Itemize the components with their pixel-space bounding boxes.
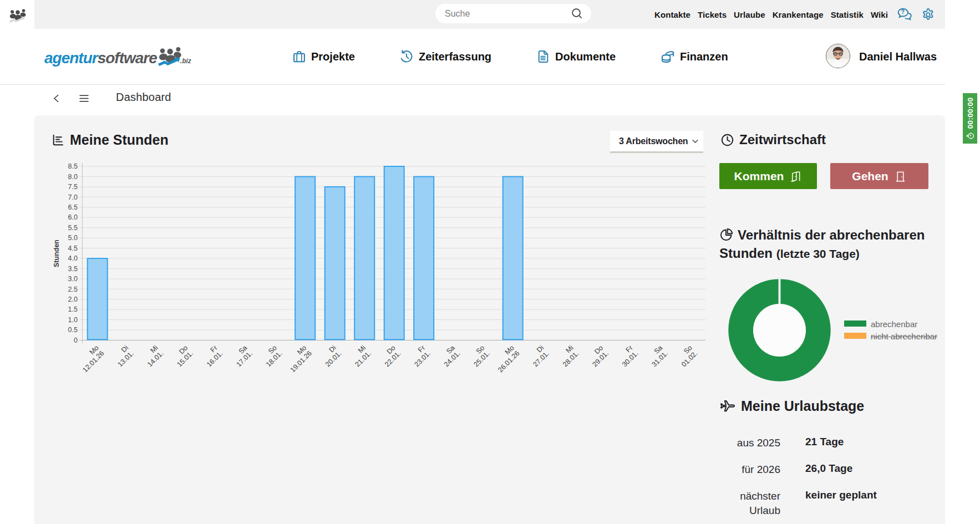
svg-text:7.5: 7.5 (68, 183, 78, 191)
svg-text:4.0: 4.0 (68, 255, 78, 262)
svg-text:0.5: 0.5 (68, 326, 78, 334)
svg-text:2.5: 2.5 (68, 286, 78, 293)
svg-text:8.0: 8.0 (68, 173, 78, 181)
svg-text:6.0: 6.0 (68, 213, 78, 221)
svg-text:1.5: 1.5 (68, 306, 78, 313)
svg-text:3.0: 3.0 (68, 275, 78, 283)
svg-text:7.0: 7.0 (68, 194, 78, 201)
svg-text:0: 0 (74, 337, 78, 344)
svg-text:3.5: 3.5 (68, 265, 78, 273)
svg-text:1.0: 1.0 (68, 316, 78, 324)
svg-text:4.5: 4.5 (68, 245, 78, 252)
svg-text:5.5: 5.5 (68, 224, 78, 232)
svg-text:8.5: 8.5 (68, 162, 78, 170)
svg-text:6.5: 6.5 (68, 204, 78, 211)
svg-text:5.0: 5.0 (68, 234, 78, 242)
svg-text:?: ? (901, 8, 905, 15)
svg-text:Stunden: Stunden (53, 240, 60, 267)
svg-text:2.0: 2.0 (68, 296, 78, 303)
